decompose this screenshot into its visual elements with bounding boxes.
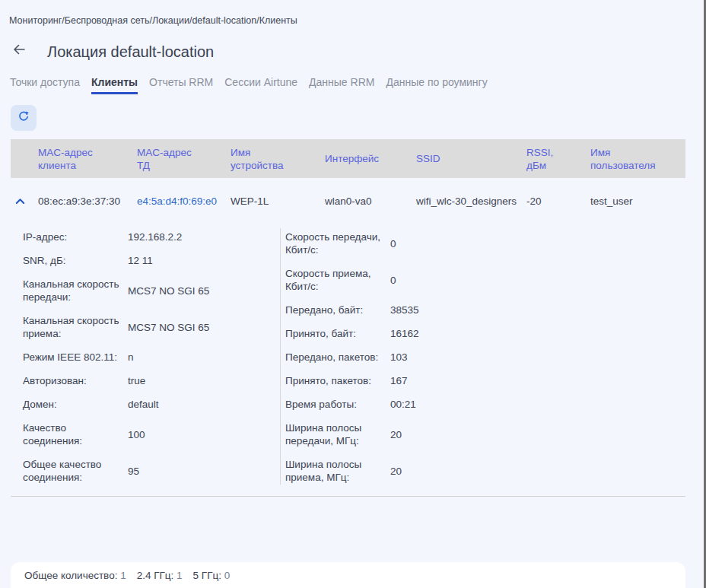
detail-row: Ширина полосы передачи, МГц:20 (285, 421, 536, 447)
column-header-device-name[interactable]: Имя устройства (231, 146, 325, 172)
detail-row: IP-адрес:192.168.2.2 (23, 230, 270, 243)
band-24ghz-count: 2.4 ГГц: 1 (137, 570, 183, 581)
cell-device-name: WEP-1L (231, 195, 325, 207)
tab-rrm-reports[interactable]: Отчеты RRM (149, 76, 213, 94)
breadcrumb: Мониторинг/Беспроводная сеть/Локации/def… (9, 15, 297, 26)
client-details-left-column: IP-адрес:192.168.2.2 SNR, дБ:12 11 Канал… (23, 230, 270, 494)
detail-row: Канальная скорость приема:MCS7 NO SGI 65 (23, 314, 270, 340)
table-header: MAC-адрес клиента MAC-адрес ТД Имя устро… (11, 139, 685, 178)
detail-row: Скорость приема, Кбит/с:0 (285, 267, 536, 293)
detail-row: Принято, пакетов:167 (285, 374, 536, 387)
details-divider (280, 228, 281, 485)
column-header-username[interactable]: Имя пользователя (590, 146, 685, 172)
cell-mac-ap: e4:5a:d4:f0:69:e0 (137, 195, 231, 207)
column-header-interface[interactable]: Интерфейс (325, 152, 416, 165)
tab-airtune-sessions[interactable]: Сессии Airtune (224, 76, 297, 94)
column-header-rssi[interactable]: RSSI, дБм (526, 146, 590, 172)
refresh-button[interactable] (11, 105, 37, 131)
refresh-icon (17, 110, 30, 126)
band-5ghz-count: 5 ГГц: 0 (193, 570, 231, 581)
client-details-right-column: Скорость передачи, Кбит/с:0 Скорость при… (285, 230, 536, 494)
detail-row: Скорость передачи, Кбит/с:0 (285, 230, 536, 256)
tabs: Точки доступа Клиенты Отчеты RRM Сессии … (10, 76, 488, 94)
column-header-mac-client[interactable]: MAC-адрес клиента (38, 146, 137, 172)
tab-roaming-data[interactable]: Данные по роумингу (386, 76, 487, 94)
detail-row: Время работы:00:21 (285, 398, 536, 411)
detail-row: Авторизован:true (23, 374, 270, 387)
back-button[interactable] (12, 43, 30, 59)
detail-row: Канальная скорость передачи:MCS7 NO SGI … (23, 278, 270, 304)
detail-row: Домен:default (23, 398, 270, 411)
cell-ssid: wifi_wlc-30_designers (416, 195, 526, 207)
page-title: Локация default-location (47, 43, 214, 61)
cell-interface: wlan0-va0 (325, 195, 416, 207)
summary-footer: Общее количество: 1 2.4 ГГц: 1 5 ГГц: 0 (11, 562, 685, 588)
detail-row: Режим IEEE 802.11:n (23, 351, 270, 364)
section-separator (11, 496, 685, 497)
chevron-up-icon (15, 195, 25, 207)
ap-mac-link[interactable]: e4:5a:d4:f0:69:e0 (137, 195, 217, 207)
cell-mac-client: 08:ec:a9:3e:37:30 (38, 195, 137, 207)
cell-username: test_user (590, 195, 685, 207)
collapse-row-button[interactable] (11, 195, 38, 207)
cell-rssi: -20 (526, 195, 590, 207)
arrow-left-icon (12, 45, 26, 58)
column-header-mac-ap[interactable]: MAC-адрес ТД (137, 146, 231, 172)
tab-rrm-data[interactable]: Данные RRM (309, 76, 374, 94)
tab-clients[interactable]: Клиенты (91, 76, 138, 94)
detail-row: Передано, байт:38535 (285, 304, 536, 316)
detail-row: Общее качество соединения:95 (23, 458, 270, 484)
tab-access-points[interactable]: Точки доступа (10, 76, 80, 94)
column-header-ssid[interactable]: SSID (416, 152, 526, 165)
detail-row: Качество соединения:100 (23, 421, 270, 447)
detail-row: Передано, пакетов:103 (285, 351, 536, 364)
detail-row: Ширина полосы приема, МГц:20 (285, 458, 536, 484)
detail-row: SNR, дБ:12 11 (23, 254, 270, 267)
client-table-row[interactable]: 08:ec:a9:3e:37:30 e4:5a:d4:f0:69:e0 WEP-… (11, 178, 685, 224)
total-count: Общее количество: 1 (24, 570, 126, 581)
detail-row: Принято, байт:16162 (285, 327, 536, 340)
